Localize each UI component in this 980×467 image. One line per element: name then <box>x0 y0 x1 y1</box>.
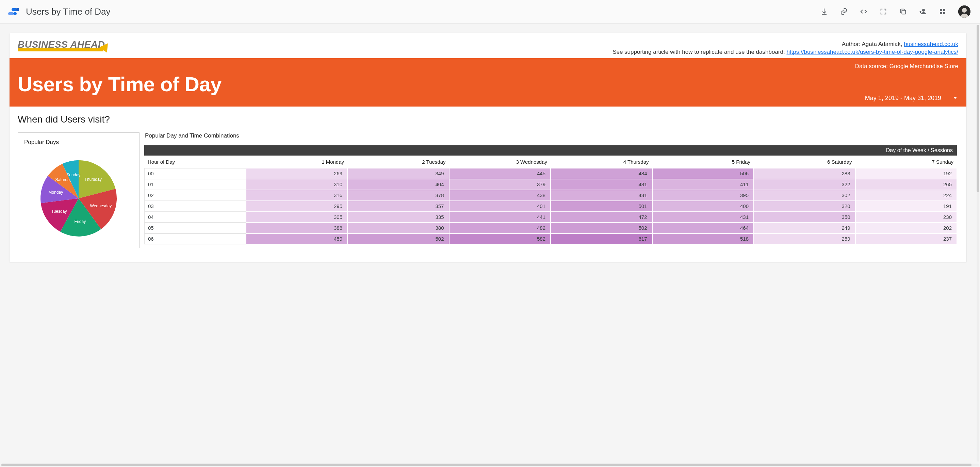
heatmap-cell[interactable]: 335 <box>347 212 449 223</box>
heatmap-cell[interactable]: 484 <box>550 168 652 179</box>
apps-grid-icon[interactable] <box>939 8 947 16</box>
avatar[interactable] <box>958 5 970 18</box>
add-person-icon[interactable] <box>919 8 927 16</box>
heatmap-row: 03295357401501400320191 <box>144 201 957 212</box>
heatmap-cell[interactable]: 502 <box>550 223 652 234</box>
heatmap-rowlabel-header: Hour of Day <box>144 156 246 168</box>
heatmap-cell[interactable]: 350 <box>754 212 856 223</box>
heatmap-cell[interactable]: 224 <box>856 190 957 201</box>
heatmap-cell[interactable]: 357 <box>347 201 449 212</box>
heatmap-cell[interactable]: 431 <box>652 212 754 223</box>
heatmap-cell[interactable]: 502 <box>347 234 449 244</box>
heatmap-cell[interactable]: 438 <box>449 190 551 201</box>
scrollbar-thumb[interactable] <box>977 25 979 192</box>
heatmap-cell[interactable]: 459 <box>246 234 348 244</box>
report-viewport[interactable]: BUSINESS AHEAD Author: Agata Adamiak, bu… <box>0 24 976 463</box>
heatmap-cell[interactable]: 191 <box>856 201 957 212</box>
heatmap-cell[interactable]: 295 <box>246 201 348 212</box>
chevron-down-icon <box>953 97 957 99</box>
heatmap-cell[interactable]: 431 <box>550 190 652 201</box>
heatmap-column-header[interactable]: 4 Thursday <box>550 156 652 168</box>
heatmap-panel[interactable]: Popular Day and Time Combinations Day of… <box>144 132 957 244</box>
heatmap-title: Popular Day and Time Combinations <box>144 132 957 139</box>
app-bar: Users by Time of Day <box>0 0 980 24</box>
heatmap-row: 06459502582617518259237 <box>144 234 957 244</box>
heatmap-cell[interactable]: 518 <box>652 234 754 244</box>
heatmap-row: 00269349445484506283192 <box>144 168 957 179</box>
heatmap-row: 01310404379481411322265 <box>144 179 957 190</box>
date-range-picker[interactable]: May 1, 2019 - May 31, 2019 <box>865 95 957 102</box>
heatmap-cell[interactable]: 237 <box>856 234 957 244</box>
pie-chart-panel[interactable]: Popular Days ThursdayWednesdayFridayTues… <box>18 132 140 248</box>
heatmap-column-header[interactable]: 1 Monday <box>246 156 348 168</box>
heatmap-cell[interactable]: 310 <box>246 179 348 190</box>
heatmap-column-header[interactable]: 7 Sunday <box>856 156 957 168</box>
pie-chart: ThursdayWednesdayFridayTuesdayMondaySatu… <box>27 149 130 244</box>
pie-slice-label: Wednesday <box>90 204 112 208</box>
embed-code-icon[interactable] <box>859 8 868 16</box>
heatmap-cell[interactable]: 305 <box>246 212 348 223</box>
heatmap-cell[interactable]: 400 <box>652 201 754 212</box>
heatmap-cell[interactable]: 202 <box>856 223 957 234</box>
heatmap-cell[interactable]: 411 <box>652 179 754 190</box>
heatmap-cell[interactable]: 283 <box>754 168 856 179</box>
heatmap-cell[interactable]: 320 <box>754 201 856 212</box>
heatmap-cell[interactable]: 349 <box>347 168 449 179</box>
heatmap-cell[interactable]: 316 <box>246 190 348 201</box>
scrollbar-thumb[interactable] <box>2 464 972 466</box>
vertical-scrollbar[interactable] <box>976 24 980 463</box>
link-icon[interactable] <box>840 8 848 16</box>
brand-logo: BUSINESS AHEAD <box>18 39 105 51</box>
pie-slice-label: Monday <box>48 190 63 194</box>
heatmap-cell[interactable]: 582 <box>449 234 551 244</box>
heatmap-cell[interactable]: 464 <box>652 223 754 234</box>
heatmap-cell[interactable]: 506 <box>652 168 754 179</box>
download-icon[interactable] <box>820 8 828 16</box>
svg-rect-9 <box>943 12 945 14</box>
heatmap-cell[interactable]: 379 <box>449 179 551 190</box>
author-link[interactable]: businessahead.co.uk <box>904 41 958 47</box>
heatmap-cell[interactable]: 259 <box>754 234 856 244</box>
heatmap-cell[interactable]: 302 <box>754 190 856 201</box>
heatmap-table: Day of the Week / Sessions Hour of Day1 … <box>144 145 957 244</box>
heatmap-cell[interactable]: 404 <box>347 179 449 190</box>
heatmap-cell[interactable]: 481 <box>550 179 652 190</box>
heatmap-column-header[interactable]: 5 Friday <box>652 156 754 168</box>
heatmap-row-label: 06 <box>144 234 246 244</box>
svg-point-1 <box>13 12 17 15</box>
horizontal-scrollbar[interactable] <box>0 463 980 467</box>
heatmap-column-header[interactable]: 6 Saturday <box>754 156 856 168</box>
heatmap-cell[interactable]: 380 <box>347 223 449 234</box>
svg-rect-6 <box>940 9 942 11</box>
heatmap-cell[interactable]: 472 <box>550 212 652 223</box>
section-title: When did Users visit? <box>18 114 957 125</box>
heatmap-cell[interactable]: 617 <box>550 234 652 244</box>
svg-rect-7 <box>943 9 945 11</box>
fullscreen-icon[interactable] <box>879 8 888 16</box>
copy-icon[interactable] <box>899 8 907 16</box>
heatmap-cell[interactable]: 192 <box>856 168 957 179</box>
heatmap-column-header[interactable]: 2 Tuesday <box>347 156 449 168</box>
author-label: Author: Agata Adamiak, <box>842 41 904 47</box>
heatmap-cell[interactable]: 401 <box>449 201 551 212</box>
supporting-link[interactable]: https://businessahead.co.uk/users-by-tim… <box>786 49 958 55</box>
heatmap-cell[interactable]: 378 <box>347 190 449 201</box>
heatmap-cell[interactable]: 230 <box>856 212 957 223</box>
heatmap-cell[interactable]: 249 <box>754 223 856 234</box>
header-meta: Author: Agata Adamiak, businessahead.co.… <box>612 39 958 56</box>
heatmap-row-label: 05 <box>144 223 246 234</box>
app-title: Users by Time of Day <box>26 6 111 17</box>
heatmap-cell[interactable]: 445 <box>449 168 551 179</box>
heatmap-cell[interactable]: 501 <box>550 201 652 212</box>
heatmap-cell[interactable]: 482 <box>449 223 551 234</box>
heatmap-cell[interactable]: 441 <box>449 212 551 223</box>
heatmap-cell[interactable]: 322 <box>754 179 856 190</box>
pie-slice-label: Tuesday <box>51 209 67 214</box>
heatmap-row-label: 01 <box>144 179 246 190</box>
data-source-label: Data source: Google Merchandise Store <box>18 63 958 70</box>
heatmap-cell[interactable]: 388 <box>246 223 348 234</box>
heatmap-cell[interactable]: 395 <box>652 190 754 201</box>
heatmap-column-header[interactable]: 3 Wednesday <box>449 156 551 168</box>
heatmap-cell[interactable]: 265 <box>856 179 957 190</box>
heatmap-cell[interactable]: 269 <box>246 168 348 179</box>
